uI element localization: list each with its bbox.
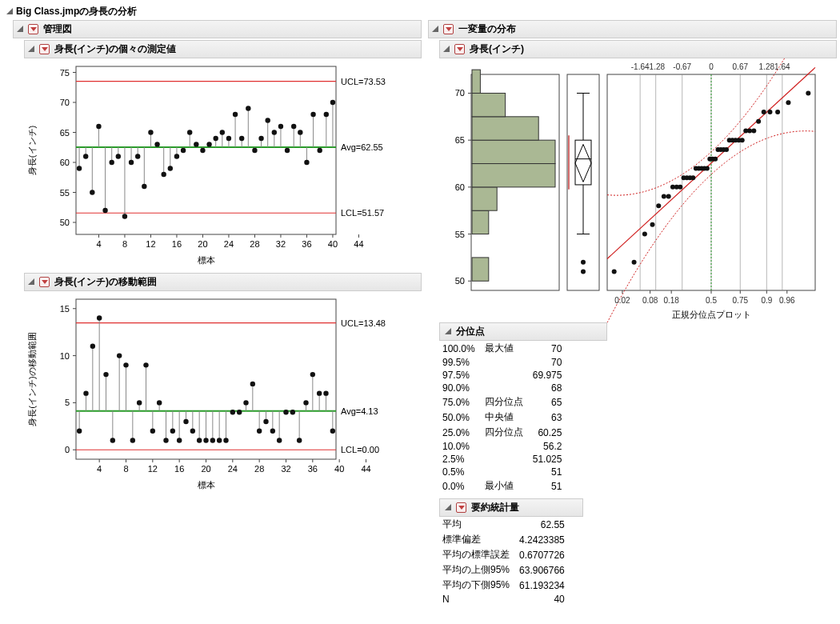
svg-text:24: 24 <box>228 464 238 474</box>
variable-header[interactable]: 身長(インチ) <box>439 40 837 58</box>
svg-point-237 <box>323 390 328 395</box>
disclosure-icon[interactable] <box>445 328 451 334</box>
distribution-header[interactable]: 一変量の分布 <box>428 20 837 38</box>
svg-text:Avg=62.55: Avg=62.55 <box>341 142 383 152</box>
svg-text:32: 32 <box>281 464 290 474</box>
svg-point-321 <box>705 166 710 170</box>
svg-point-68 <box>154 142 159 146</box>
disclosure-icon[interactable] <box>6 8 13 14</box>
svg-point-341 <box>786 100 790 105</box>
table-row: 標準偏差4.2423385 <box>439 532 571 547</box>
disclosure-icon[interactable] <box>17 26 23 32</box>
ir-chart-header[interactable]: 身長(インチ)の個々の測定値 <box>24 40 422 58</box>
hotspot-icon[interactable] <box>39 277 50 287</box>
svg-text:0.67: 0.67 <box>733 62 749 71</box>
svg-text:28: 28 <box>254 464 264 474</box>
svg-point-88 <box>220 130 225 134</box>
hotspot-icon[interactable] <box>39 44 50 54</box>
disclosure-icon[interactable] <box>432 26 438 32</box>
disclosure-icon[interactable] <box>28 46 34 52</box>
svg-point-44 <box>77 166 82 170</box>
svg-text:正規分位点プロット: 正規分位点プロット <box>672 310 751 319</box>
hotspot-icon[interactable] <box>454 44 465 54</box>
svg-point-342 <box>806 90 810 95</box>
svg-point-163 <box>77 429 82 434</box>
svg-text:4: 4 <box>96 239 101 249</box>
svg-point-337 <box>756 119 761 124</box>
svg-point-229 <box>297 438 302 442</box>
svg-point-106 <box>278 124 283 129</box>
svg-point-100 <box>258 136 263 141</box>
panel-title: 一変量の分布 <box>458 22 516 36</box>
svg-text:50: 50 <box>60 218 70 227</box>
hotspot-icon[interactable] <box>28 24 38 34</box>
root-outline[interactable]: Big Class.jmpの身長の分析 <box>3 3 837 20</box>
svg-text:36: 36 <box>308 464 318 474</box>
svg-point-191 <box>170 429 175 434</box>
moving-range-chart[interactable]: 05101548121620242832364044標本身長(インチ)の移動範囲… <box>24 291 400 491</box>
svg-text:16: 16 <box>174 464 184 474</box>
svg-point-270 <box>581 260 586 265</box>
svg-point-223 <box>277 438 282 442</box>
svg-text:65: 65 <box>60 128 70 138</box>
table-row: 25.0%四分位点60.25 <box>439 425 568 440</box>
hotspot-icon[interactable] <box>456 502 466 513</box>
table-row: 97.5%69.975 <box>439 369 568 382</box>
svg-point-98 <box>252 148 257 153</box>
svg-text:8: 8 <box>122 239 127 249</box>
svg-text:標本: 標本 <box>198 480 215 490</box>
disclosure-icon[interactable] <box>445 504 451 510</box>
variable-title: 身長(インチ) <box>470 42 524 56</box>
svg-point-187 <box>157 400 162 405</box>
table-row: 99.5%70 <box>439 356 568 369</box>
svg-point-215 <box>250 382 255 386</box>
svg-text:36: 36 <box>302 239 311 249</box>
hotspot-icon[interactable] <box>443 24 454 34</box>
svg-point-80 <box>194 142 198 146</box>
summary-header[interactable]: 要約統計量 <box>439 498 583 517</box>
table-row: 平均62.55 <box>439 517 571 532</box>
svg-text:65: 65 <box>455 135 465 145</box>
summary-table: 平均62.55標準偏差4.2423385平均の標準誤差0.6707726平均の上… <box>439 517 571 606</box>
svg-rect-246 <box>472 140 555 163</box>
svg-point-92 <box>233 112 238 117</box>
disclosure-icon[interactable] <box>28 278 34 285</box>
control-chart-header[interactable]: 管理図 <box>13 20 422 38</box>
svg-point-78 <box>187 130 192 134</box>
svg-text:16: 16 <box>172 239 182 249</box>
svg-point-219 <box>263 419 268 424</box>
svg-point-96 <box>246 106 250 110</box>
svg-point-269 <box>581 270 586 274</box>
svg-point-308 <box>662 194 666 199</box>
svg-text:60: 60 <box>60 158 70 167</box>
individuals-chart[interactable]: 50556065707548121620242832364044標本身長(インチ… <box>24 58 400 266</box>
table-row: 2.5%51.025 <box>439 453 568 466</box>
svg-point-175 <box>117 353 122 358</box>
svg-point-335 <box>747 128 752 133</box>
panel-title: 管理図 <box>43 22 72 36</box>
disclosure-icon[interactable] <box>443 46 450 52</box>
svg-point-64 <box>142 184 146 189</box>
svg-point-221 <box>270 429 275 434</box>
svg-point-114 <box>304 160 309 165</box>
svg-point-338 <box>762 110 766 114</box>
table-row: 10.0%56.2 <box>439 440 568 453</box>
svg-text:0: 0 <box>709 62 714 71</box>
svg-text:0.08: 0.08 <box>642 296 658 305</box>
svg-text:身長(インチ)の移動範囲: 身長(インチ)の移動範囲 <box>27 332 37 426</box>
svg-point-324 <box>713 157 718 162</box>
mr-chart-header[interactable]: 身長(インチ)の移動範囲 <box>24 273 422 291</box>
quantiles-header[interactable]: 分位点 <box>439 322 607 341</box>
svg-point-52 <box>102 208 107 213</box>
svg-point-227 <box>290 410 295 414</box>
distribution-chart[interactable]: 5055606570-1.64-1.28-0.6700.671.281.640.… <box>439 58 823 322</box>
svg-point-169 <box>97 315 102 320</box>
svg-text:0.18: 0.18 <box>663 296 679 305</box>
quantiles-table: 100.0%最大値7099.5%7097.5%69.97590.0%6875.0… <box>439 341 568 494</box>
svg-point-72 <box>168 166 173 170</box>
root-title: Big Class.jmpの身長の分析 <box>16 5 137 18</box>
table-row: 75.0%四分位点65 <box>439 394 568 410</box>
svg-text:60: 60 <box>455 182 465 192</box>
table-row: 50.0%中央値63 <box>439 410 568 425</box>
svg-point-102 <box>265 118 270 122</box>
